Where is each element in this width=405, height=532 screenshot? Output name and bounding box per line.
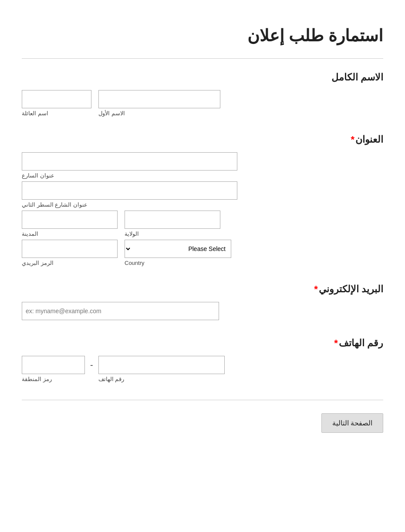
bottom-divider — [22, 400, 383, 400]
street2-group: عنوان الشارع السطر الثاني — [22, 181, 237, 208]
street2-input[interactable] — [22, 181, 237, 200]
city-input[interactable] — [22, 211, 118, 229]
full-name-label: الاسم الكامل — [22, 72, 383, 83]
city-label: المدينة — [22, 231, 38, 237]
phone-number-label: رقم الهاتف — [98, 376, 125, 382]
next-button[interactable]: الصفحة التالية — [321, 413, 383, 433]
last-name-input[interactable] — [22, 90, 91, 108]
phone-number-input[interactable] — [98, 356, 225, 374]
city-group: المدينة — [22, 211, 118, 237]
email-section: البريد الإلكتروني* — [22, 284, 383, 320]
address-required-star: * — [351, 134, 354, 145]
phone-row: رقم الهاتف - رمز المنطقة — [22, 356, 383, 382]
last-name-group: اسم العائلة — [22, 90, 91, 117]
phone-area-input[interactable] — [22, 356, 85, 374]
zip-group: الرمز البريدي — [22, 240, 118, 266]
phone-area-group: رمز المنطقة — [22, 356, 85, 382]
phone-dash: - — [90, 356, 93, 374]
street2-row: عنوان الشارع السطر الثاني — [22, 181, 383, 208]
email-row — [22, 302, 383, 320]
country-label: Country — [125, 260, 145, 266]
city-state-row: الولاية المدينة — [22, 211, 383, 237]
email-group — [22, 302, 219, 320]
address-label: العنوان* — [22, 134, 383, 145]
state-input[interactable] — [125, 211, 220, 229]
first-name-input[interactable] — [98, 90, 220, 108]
country-zip-row: Please Select Saudi Arabia United States… — [22, 240, 383, 266]
full-name-row: الاسم الأول اسم العائلة — [22, 90, 383, 117]
first-name-group: الاسم الأول — [98, 90, 220, 117]
street-input[interactable] — [22, 152, 237, 171]
phone-number-group: رقم الهاتف — [98, 356, 225, 382]
phone-required-star: * — [334, 338, 338, 348]
zip-label: الرمز البريدي — [22, 260, 54, 266]
state-group: الولاية — [125, 211, 220, 237]
full-name-section: الاسم الكامل الاسم الأول اسم العائلة — [22, 72, 383, 117]
first-name-label: الاسم الأول — [98, 110, 125, 117]
page-title: استمارة طلب إعلان — [22, 26, 383, 45]
street-row: عنوان السارع — [22, 152, 383, 179]
street-label: عنوان السارع — [22, 172, 54, 179]
top-divider — [22, 58, 383, 59]
phone-area-label: رمز المنطقة — [22, 376, 52, 382]
street2-label: عنوان الشارع السطر الثاني — [22, 201, 88, 208]
phone-section: رقم الهاتف* رقم الهاتف - رمز المنطقة — [22, 338, 383, 382]
zip-input[interactable] — [22, 240, 118, 258]
last-name-label: اسم العائلة — [22, 110, 48, 117]
street-group: عنوان السارع — [22, 152, 237, 179]
state-label: الولاية — [125, 231, 139, 237]
email-required-star: * — [314, 284, 318, 294]
email-label: البريد الإلكتروني* — [22, 284, 383, 295]
address-section: العنوان* عنوان السارع عنوان الشارع السطر… — [22, 134, 383, 266]
phone-label: رقم الهاتف* — [22, 338, 383, 349]
country-group: Please Select Saudi Arabia United States… — [125, 240, 231, 266]
country-select[interactable]: Please Select Saudi Arabia United States… — [125, 240, 231, 258]
email-input[interactable] — [22, 302, 219, 320]
